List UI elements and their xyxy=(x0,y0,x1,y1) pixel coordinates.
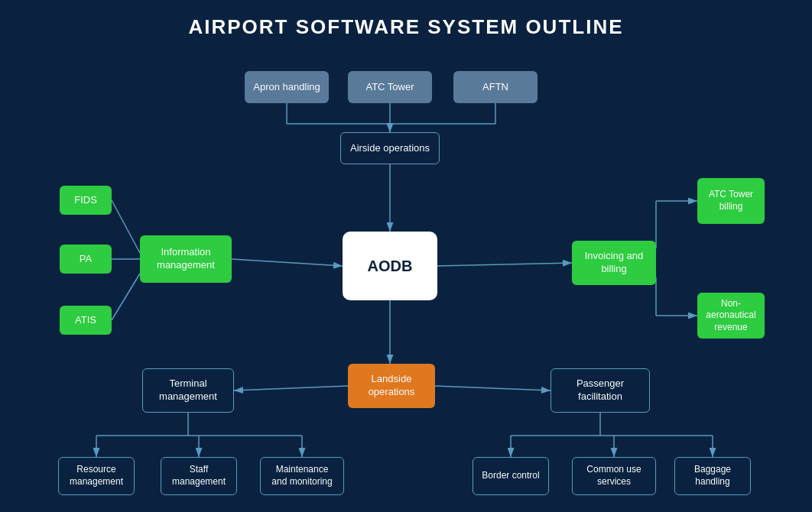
common-use-services-node: Common use services xyxy=(572,457,656,495)
maintenance-monitoring-node: Maintenance and monitoring xyxy=(260,457,344,495)
svg-line-11 xyxy=(112,274,140,320)
atis-node: ATIS xyxy=(60,306,112,335)
staff-management-node: Staff management xyxy=(161,457,237,495)
border-control-node: Border control xyxy=(473,457,549,495)
fids-node: FIDS xyxy=(60,186,112,215)
terminal-management-node: Terminal management xyxy=(142,368,234,413)
page-title: AIRPORT SOFTWARE SYSTEM OUTLINE xyxy=(0,0,812,39)
resource-management-node: Resource management xyxy=(58,457,135,495)
atc-tower-billing-node: ATC Tower billing xyxy=(697,178,765,224)
baggage-handling-node: Baggage handling xyxy=(674,457,751,495)
aodb-node: AODB xyxy=(343,232,437,300)
aftn-node: AFTN xyxy=(453,71,538,103)
svg-line-12 xyxy=(232,259,343,266)
information-management-node: Information management xyxy=(140,235,232,283)
svg-line-9 xyxy=(112,200,140,253)
apron-handling-node: Apron handling xyxy=(245,71,329,103)
invoicing-billing-node: Invoicing and billing xyxy=(572,241,656,285)
non-aero-revenue-node: Non-aeronautical revenue xyxy=(697,293,765,339)
svg-line-19 xyxy=(234,386,348,390)
atc-tower-node: ATC Tower xyxy=(348,71,432,103)
landside-operations-node: Landside operations xyxy=(348,364,435,408)
pa-node: PA xyxy=(60,245,112,274)
svg-line-13 xyxy=(437,263,572,266)
svg-line-20 xyxy=(435,386,551,390)
passenger-facilitation-node: Passenger facilitation xyxy=(551,368,650,413)
airside-operations-node: Airside operations xyxy=(340,132,440,164)
